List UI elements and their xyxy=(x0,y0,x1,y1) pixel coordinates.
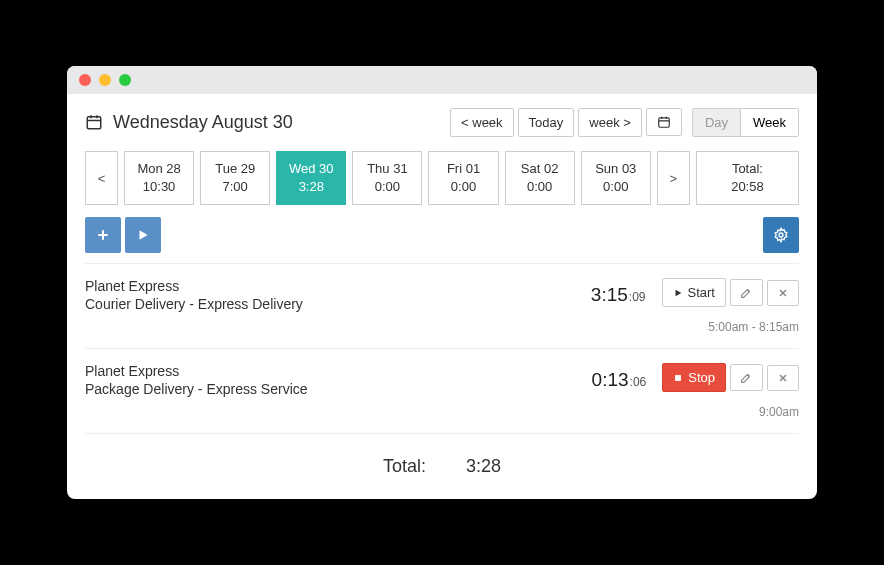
play-all-button[interactable] xyxy=(125,217,161,253)
settings-button[interactable] xyxy=(763,217,799,253)
day-time: 0:00 xyxy=(357,178,417,196)
content-area: Wednesday August 30 < week Today week > … xyxy=(67,94,817,499)
week-total-label: Total: xyxy=(732,161,763,176)
footer-total-value: 3:28 xyxy=(466,456,501,477)
today-button[interactable]: Today xyxy=(518,108,575,137)
view-toggle: Day Week xyxy=(692,108,799,137)
svg-rect-0 xyxy=(87,117,101,129)
close-window-icon[interactable] xyxy=(79,74,91,86)
day-label: Sun 03 xyxy=(586,160,646,178)
delete-button[interactable] xyxy=(767,280,799,306)
entry-time-range: 5:00am - 8:15am xyxy=(85,320,799,334)
day-label: Wed 30 xyxy=(281,160,341,178)
entry-duration: 3:15:09 xyxy=(591,284,646,306)
prev-week-button[interactable]: < week xyxy=(450,108,514,137)
day-label: Fri 01 xyxy=(433,160,493,178)
next-week-button[interactable]: week > xyxy=(578,108,642,137)
entry-duration: 0:13:06 xyxy=(592,369,647,391)
time-entry: Planet ExpressPackage Delivery - Express… xyxy=(85,363,799,434)
week-total-value: 20:58 xyxy=(731,179,764,194)
day-cell[interactable]: Fri 010:00 xyxy=(428,151,498,205)
day-time: 0:00 xyxy=(510,178,570,196)
prev-day-button[interactable]: < xyxy=(85,151,118,205)
edit-icon xyxy=(740,286,753,299)
delete-button[interactable] xyxy=(767,365,799,391)
close-icon xyxy=(777,287,789,299)
titlebar xyxy=(67,66,817,94)
day-label: Thu 31 xyxy=(357,160,417,178)
play-icon xyxy=(673,288,683,298)
header-nav: < week Today week > Day Week xyxy=(450,108,799,137)
days-row: < Mon 2810:30Tue 297:00Wed 303:28Thu 310… xyxy=(85,151,799,205)
divider xyxy=(85,263,799,264)
entry-description: Courier Delivery - Express Delivery xyxy=(85,296,591,312)
day-cell[interactable]: Thu 310:00 xyxy=(352,151,422,205)
svg-rect-4 xyxy=(659,118,670,127)
day-cell[interactable]: Sat 020:00 xyxy=(505,151,575,205)
day-time: 10:30 xyxy=(129,178,189,196)
page-title: Wednesday August 30 xyxy=(113,112,293,133)
svg-marker-10 xyxy=(140,231,148,240)
day-time: 0:00 xyxy=(586,178,646,196)
day-label: Mon 28 xyxy=(129,160,189,178)
date-picker-button[interactable] xyxy=(646,108,682,136)
view-week-button[interactable]: Week xyxy=(740,109,798,136)
stop-button[interactable]: Stop xyxy=(662,363,726,392)
entry-description: Package Delivery - Express Service xyxy=(85,381,592,397)
app-window: Wednesday August 30 < week Today week > … xyxy=(67,66,817,499)
time-entry: Planet ExpressCourier Delivery - Express… xyxy=(85,278,799,349)
day-cell[interactable]: Tue 297:00 xyxy=(200,151,270,205)
footer-total: Total: 3:28 xyxy=(85,448,799,481)
svg-point-11 xyxy=(779,233,783,237)
week-total: Total: 20:58 xyxy=(696,151,799,205)
svg-rect-15 xyxy=(675,375,681,381)
edit-button[interactable] xyxy=(730,279,763,306)
page-title-group: Wednesday August 30 xyxy=(85,112,293,133)
day-cell[interactable]: Wed 303:28 xyxy=(276,151,346,205)
action-row xyxy=(85,217,799,253)
entry-time-range: 9:00am xyxy=(85,405,799,419)
day-label: Sat 02 xyxy=(510,160,570,178)
svg-marker-12 xyxy=(675,289,681,296)
minimize-window-icon[interactable] xyxy=(99,74,111,86)
next-day-button[interactable]: > xyxy=(657,151,690,205)
view-day-button[interactable]: Day xyxy=(693,109,740,136)
footer-total-label: Total: xyxy=(383,456,426,477)
start-button[interactable]: Start xyxy=(662,278,726,307)
day-cell[interactable]: Sun 030:00 xyxy=(581,151,651,205)
day-cell[interactable]: Mon 2810:30 xyxy=(124,151,194,205)
edit-button[interactable] xyxy=(730,364,763,391)
close-icon xyxy=(777,372,789,384)
day-label: Tue 29 xyxy=(205,160,265,178)
header-row: Wednesday August 30 < week Today week > … xyxy=(85,108,799,137)
calendar-icon xyxy=(85,113,103,131)
day-time: 7:00 xyxy=(205,178,265,196)
stop-icon xyxy=(673,373,683,383)
maximize-window-icon[interactable] xyxy=(119,74,131,86)
entry-client: Planet Express xyxy=(85,278,591,294)
edit-icon xyxy=(740,371,753,384)
entry-client: Planet Express xyxy=(85,363,592,379)
add-entry-button[interactable] xyxy=(85,217,121,253)
day-time: 0:00 xyxy=(433,178,493,196)
day-time: 3:28 xyxy=(281,178,341,196)
